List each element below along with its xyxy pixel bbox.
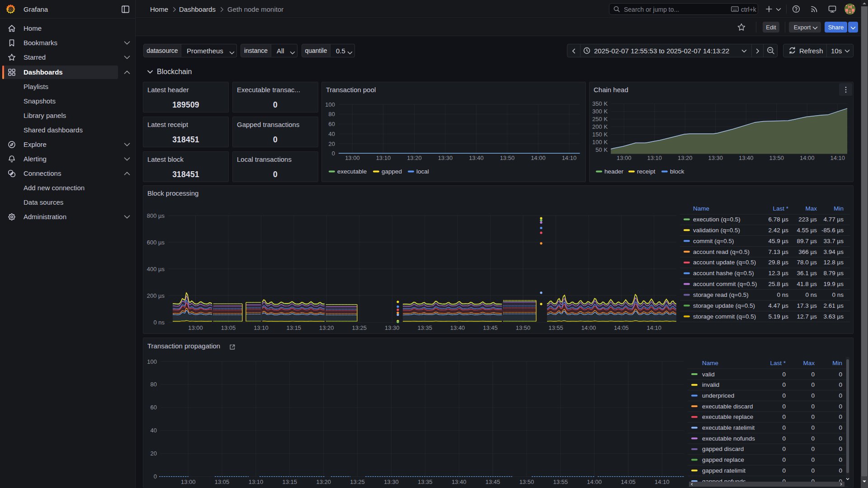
svg-text:2.61 µs: 2.61 µs: [823, 302, 844, 309]
svg-text:14:05: 14:05: [614, 324, 629, 331]
svg-text:150 K: 150 K: [592, 131, 608, 138]
svg-text:14:00: 14:00: [800, 155, 815, 161]
svg-text:0: 0: [782, 381, 786, 388]
svg-text:13:30: 13:30: [384, 479, 399, 485]
svg-text:13:30: 13:30: [708, 155, 723, 161]
svg-text:Max: Max: [805, 205, 817, 212]
svg-text:0: 0: [839, 456, 842, 463]
svg-text:commit (q=0.5): commit (q=0.5): [693, 238, 734, 244]
svg-text:receipt: receipt: [637, 168, 656, 175]
svg-text:header: header: [604, 168, 624, 175]
svg-text:50 K: 50 K: [595, 146, 608, 153]
svg-text:0: 0: [782, 371, 786, 378]
svg-text:223 µs: 223 µs: [798, 216, 817, 223]
svg-text:Max: Max: [803, 360, 815, 366]
svg-text:0: 0: [811, 467, 815, 474]
svg-text:Last *: Last *: [773, 205, 788, 212]
svg-text:gapped replace: gapped replace: [702, 456, 744, 463]
svg-text:13:40: 13:40: [739, 155, 754, 161]
svg-text:40: 40: [151, 427, 157, 434]
svg-text:12.3 µs: 12.3 µs: [768, 270, 788, 277]
svg-text:0: 0: [782, 392, 786, 399]
svg-text:4.77 µs: 4.77 µs: [823, 216, 844, 223]
svg-text:8.79 µs: 8.79 µs: [823, 270, 844, 277]
svg-text:executable nofunds: executable nofunds: [702, 435, 755, 442]
svg-text:0: 0: [839, 413, 842, 420]
svg-text:13:45: 13:45: [486, 479, 500, 485]
svg-text:0: 0: [811, 424, 815, 431]
svg-text:storage update (q=0.5): storage update (q=0.5): [693, 302, 755, 309]
svg-text:60: 60: [151, 404, 157, 411]
svg-text:13:50: 13:50: [500, 155, 515, 161]
svg-text:300 K: 300 K: [592, 108, 608, 115]
svg-text:validation (q=0.5): validation (q=0.5): [693, 227, 740, 234]
svg-text:Name: Name: [702, 360, 718, 366]
svg-text:0: 0: [839, 381, 842, 388]
svg-text:13:10: 13:10: [254, 324, 269, 331]
svg-text:20: 20: [329, 141, 335, 147]
svg-text:2.42 µs: 2.42 µs: [768, 227, 788, 234]
svg-text:40: 40: [329, 131, 335, 137]
svg-text:local: local: [416, 168, 429, 175]
svg-text:gapped ratelimit: gapped ratelimit: [702, 467, 745, 474]
svg-text:400 µs: 400 µs: [147, 266, 165, 272]
svg-text:60: 60: [329, 121, 335, 127]
svg-text:13:50: 13:50: [519, 479, 534, 485]
svg-text:storage commit (q=0.5): storage commit (q=0.5): [693, 313, 756, 320]
svg-text:0: 0: [839, 403, 842, 410]
svg-text:invalid: invalid: [702, 381, 719, 388]
svg-text:-85.6 µs: -85.6 µs: [821, 227, 844, 234]
svg-text:0: 0: [782, 446, 786, 452]
svg-text:366 µs: 366 µs: [798, 249, 817, 255]
svg-text:80: 80: [329, 111, 335, 117]
svg-text:13:00: 13:00: [345, 155, 360, 161]
svg-text:0: 0: [782, 467, 786, 474]
svg-text:gapped discard: gapped discard: [702, 446, 744, 452]
svg-text:0: 0: [782, 456, 786, 463]
svg-text:3.94 µs: 3.94 µs: [823, 249, 844, 255]
svg-text:13:35: 13:35: [417, 324, 432, 331]
svg-text:Min: Min: [832, 360, 842, 366]
svg-text:13:20: 13:20: [407, 155, 422, 161]
svg-text:block: block: [670, 168, 684, 175]
svg-text:0: 0: [811, 392, 815, 399]
svg-text:0: 0: [839, 371, 842, 378]
svg-text:executable replace: executable replace: [702, 413, 753, 420]
svg-text:0 ns: 0 ns: [777, 291, 788, 298]
svg-text:14:10: 14:10: [562, 155, 577, 161]
svg-text:13:10: 13:10: [647, 155, 662, 161]
svg-text:4.55 µs: 4.55 µs: [797, 227, 817, 234]
svg-text:gapped: gapped: [382, 168, 402, 175]
svg-text:5.19 µs: 5.19 µs: [768, 313, 788, 320]
svg-text:78.0 µs: 78.0 µs: [797, 259, 817, 266]
svg-text:0 ns: 0 ns: [153, 319, 165, 326]
svg-text:14:10: 14:10: [655, 479, 670, 485]
svg-text:13:00: 13:00: [181, 479, 196, 485]
svg-text:350 K: 350 K: [592, 100, 608, 107]
svg-text:14:05: 14:05: [621, 479, 636, 485]
svg-text:200 µs: 200 µs: [147, 292, 165, 299]
svg-text:Name: Name: [693, 205, 709, 212]
svg-text:14:00: 14:00: [531, 155, 546, 161]
svg-text:13:00: 13:00: [188, 324, 203, 331]
svg-text:Min: Min: [834, 205, 844, 212]
svg-text:account hashe (q=0.5): account hashe (q=0.5): [693, 270, 754, 277]
svg-text:13:50: 13:50: [516, 324, 531, 331]
svg-text:account read (q=0.5): account read (q=0.5): [693, 249, 750, 255]
svg-text:100: 100: [147, 358, 157, 365]
svg-text:0: 0: [839, 424, 842, 431]
svg-text:13:55: 13:55: [548, 324, 563, 331]
svg-text:0 ns: 0 ns: [832, 291, 844, 298]
svg-text:33.7 µs: 33.7 µs: [823, 238, 844, 244]
svg-text:0: 0: [782, 435, 786, 442]
svg-text:14:00: 14:00: [581, 324, 596, 331]
svg-text:0: 0: [782, 403, 786, 410]
svg-text:13:50: 13:50: [769, 155, 784, 161]
svg-text:0: 0: [332, 150, 335, 157]
svg-text:13:55: 13:55: [553, 479, 568, 485]
svg-text:execution (q=0.5): execution (q=0.5): [693, 216, 741, 223]
svg-text:13:00: 13:00: [617, 155, 632, 161]
svg-text:13:15: 13:15: [287, 324, 302, 331]
svg-text:executable ratelimit: executable ratelimit: [702, 424, 755, 431]
svg-text:13:40: 13:40: [452, 479, 467, 485]
